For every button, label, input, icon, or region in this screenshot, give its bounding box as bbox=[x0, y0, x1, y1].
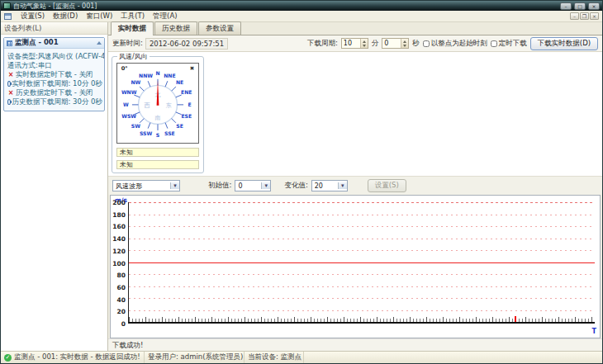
menu-window[interactable]: 窗口(W) bbox=[82, 11, 116, 22]
y-tick-140: 140 bbox=[112, 236, 126, 242]
wind-groupbox-title: 风速/风向 bbox=[117, 52, 150, 61]
menu-admin[interactable]: 管理(A) bbox=[149, 11, 181, 22]
wind-speed-chart: m/s 020406080100120140160180200 T bbox=[110, 195, 601, 338]
spinner-arrows-icon[interactable] bbox=[401, 39, 408, 48]
device-type-text: 设备类型:风速风向仪 (ACFW-4) bbox=[7, 52, 104, 61]
x-axis-red-marker bbox=[515, 316, 516, 322]
device-panel[interactable]: 监测点 - 001 设备类型:风速风向仪 (ACFW-4) 通讯方式:串口 × … bbox=[3, 37, 105, 111]
dir-ne: NE bbox=[176, 79, 183, 85]
child-minimize-button[interactable]: – bbox=[570, 12, 579, 20]
history-timer-line: × 历史数据定时下载 - 关闭 bbox=[7, 88, 102, 97]
dir-sw: SW bbox=[131, 123, 140, 129]
dir-sse: SSE bbox=[164, 130, 175, 136]
menu-settings[interactable]: 设置(S) bbox=[17, 11, 49, 22]
timed-download-checkbox[interactable]: 定时下载 bbox=[491, 39, 527, 49]
dir-nw: NW bbox=[131, 79, 140, 85]
tab-realtime-data[interactable]: 实时数据 bbox=[111, 21, 154, 35]
x-icon: × bbox=[7, 88, 14, 97]
title-bar: 自动气象站 - [监测点 - 001] – □ × bbox=[1, 1, 602, 11]
update-time-value: 2012-06-02 09:57:51 bbox=[145, 38, 228, 50]
minutes-spinner[interactable] bbox=[341, 38, 368, 49]
realtime-period-text: 实时数据下载周期: 10分 0秒 bbox=[12, 79, 103, 88]
compass-angle-label: 0° bbox=[121, 65, 128, 72]
gridline-200 bbox=[129, 202, 595, 203]
x-icon: × bbox=[7, 70, 14, 79]
mdi-child-window-controls: – ❐ × bbox=[570, 12, 599, 20]
tab-strip: 实时数据 历史数据 参数设置 bbox=[108, 22, 602, 35]
mdi-child-icon[interactable] bbox=[4, 13, 12, 20]
history-timer-text: 历史数据定时下载 - 关闭 bbox=[16, 88, 93, 97]
tab-history-data[interactable]: 历史数据 bbox=[154, 21, 197, 35]
minimize-button[interactable]: – bbox=[560, 2, 572, 10]
device-grid-icon bbox=[7, 40, 12, 46]
dropdown-arrow-icon: ▾ bbox=[261, 182, 270, 189]
y-tick-40: 40 bbox=[117, 296, 126, 302]
status-message-text: 监测点 - 001: 实时数据 - 数据返回成功! bbox=[14, 352, 140, 362]
maximize-button[interactable]: □ bbox=[574, 2, 586, 10]
plot-area bbox=[128, 202, 595, 324]
menu-data[interactable]: 数据(D) bbox=[49, 11, 82, 22]
change-value-select[interactable]: 20 ▾ bbox=[311, 180, 348, 191]
x-axis-major-ticks bbox=[129, 317, 595, 322]
gridline-180 bbox=[129, 215, 595, 215]
menu-tools[interactable]: 工具(T) bbox=[116, 11, 149, 22]
comm-mode-text: 通讯方式:串口 bbox=[7, 61, 52, 70]
set-button[interactable]: 设置(S) bbox=[368, 179, 406, 192]
device-list-header: 设备列表(L) bbox=[1, 22, 107, 35]
collapse-icon[interactable] bbox=[97, 41, 102, 45]
align-start-checkbox[interactable]: 以整点为起始时刻 bbox=[423, 39, 487, 49]
close-button[interactable]: × bbox=[588, 2, 600, 10]
seconds-input[interactable] bbox=[382, 39, 401, 48]
window-title: 自动气象站 - [监测点 - 001] bbox=[13, 2, 558, 11]
timed-download-checkbox-input[interactable] bbox=[491, 40, 497, 47]
download-result-message: 下载成功! bbox=[108, 338, 602, 351]
tab-parameter-settings[interactable]: 参数设置 bbox=[198, 21, 241, 35]
cn-west-label: 西 bbox=[144, 102, 150, 109]
gridline-20 bbox=[129, 310, 595, 311]
dir-nnw: NNW bbox=[139, 73, 153, 78]
initial-value-select[interactable]: 0 ▾ bbox=[235, 180, 271, 191]
download-controls: 下载周期: 分 秒 以整点为起始时刻 bbox=[307, 37, 598, 50]
cn-east-label: 东 bbox=[166, 102, 172, 109]
dropdown-arrow-icon: ▾ bbox=[170, 182, 179, 189]
waveform-select[interactable]: 风速波形 ▾ bbox=[112, 180, 180, 191]
history-period-text: 历史数据下载周期: 30分 0秒 bbox=[12, 97, 103, 106]
y-tick-180: 180 bbox=[112, 211, 126, 217]
child-close-button[interactable]: × bbox=[590, 12, 599, 20]
gridline-160 bbox=[129, 226, 595, 227]
spinner-arrows-icon[interactable] bbox=[360, 39, 368, 48]
gridline-60 bbox=[129, 286, 595, 287]
chart-x-axis-label: T bbox=[592, 328, 596, 335]
current-device-panel: 当前设备: 监测点 - 001 bbox=[245, 352, 304, 363]
compass-unknown-marker-icon: ✖ bbox=[190, 65, 195, 72]
device-panel-title: 监测点 - 001 bbox=[15, 38, 59, 48]
y-tick-0: 0 bbox=[121, 321, 126, 327]
dir-w: W bbox=[123, 102, 129, 107]
status-message-panel: 监测点 - 001: 实时数据 - 数据返回成功! bbox=[1, 352, 145, 363]
dir-se: SE bbox=[176, 123, 183, 129]
child-restore-button[interactable]: ❐ bbox=[580, 12, 589, 20]
status-bar: 监测点 - 001: 实时数据 - 数据返回成功! 登录用户: admin(系统… bbox=[1, 351, 602, 363]
waveform-select-value: 风速波形 bbox=[113, 182, 170, 191]
y-tick-60: 60 bbox=[117, 284, 126, 290]
period-label: 下载周期: bbox=[307, 39, 338, 49]
menu-bar: 设置(S) 数据(D) 窗口(W) 工具(T) 管理(A) – ❐ × bbox=[1, 11, 602, 22]
seconds-spinner[interactable] bbox=[382, 38, 409, 49]
y-tick-20: 20 bbox=[117, 309, 126, 314]
success-icon bbox=[4, 354, 12, 362]
gridline-140 bbox=[129, 239, 595, 239]
device-panel-header[interactable]: 监测点 - 001 bbox=[4, 38, 104, 49]
dir-ese: ESE bbox=[181, 113, 192, 119]
device-panel-body: 设备类型:风速风向仪 (ACFW-4) 通讯方式:串口 × 实时数据定时下载 -… bbox=[4, 49, 104, 111]
align-start-checkbox-input[interactable] bbox=[423, 40, 430, 47]
waveform-controls: 风速波形 ▾ 初始值: 0 ▾ 变化值: 20 ▾ 设置(S) bbox=[108, 176, 602, 195]
app-window: 自动气象站 - [监测点 - 001] – □ × 设置(S) 数据(D) 窗口… bbox=[0, 0, 603, 364]
minutes-input[interactable] bbox=[342, 39, 360, 48]
download-realtime-button[interactable]: 下载实时数据(D) bbox=[530, 37, 598, 50]
dir-nne: NNE bbox=[164, 73, 175, 78]
gridline-100 bbox=[129, 262, 595, 263]
dir-n: N bbox=[155, 70, 159, 76]
dir-e: E bbox=[188, 102, 191, 107]
chart-y-tick-labels: 020406080100120140160180200 bbox=[111, 202, 127, 324]
wind-groupbox: 风速/风向 0° ✖ bbox=[112, 56, 204, 173]
